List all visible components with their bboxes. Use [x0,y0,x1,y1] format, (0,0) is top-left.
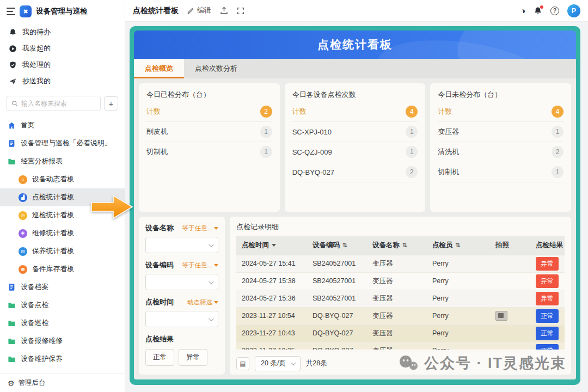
stat-value-badge: 1 [406,146,418,158]
sidebar-item-inspection-stats-board[interactable]: ▟ 点检统计看板 [0,188,125,206]
table-row[interactable]: 2024-05-27 15:38 SB240527001 变压器 Perry 异… [236,272,565,290]
sidebar-item-admin-console[interactable]: ⚙ 管理后台 [0,373,125,392]
notifications-button[interactable] [534,7,542,15]
stat-label: 清洗机 [438,147,459,157]
nav-item-label: 巡检统计看板 [32,211,74,220]
sidebar-item-cc-to-me[interactable]: 抄送我的 [0,73,125,89]
sidebar-item-my-todo[interactable]: 我的待办 [0,24,125,40]
nav-item-label: 设备点检 [21,301,48,310]
quick-item-label: 抄送我的 [22,76,51,86]
sidebar-item-patrol-stats-board[interactable]: ◷ 巡检统计看板 [0,206,125,224]
table-scroll-area[interactable]: 点检时间 设备编码⇅ 设备名称⇅ 点检员⇅ 拍照 点检结果⇅ [236,236,565,350]
avatar[interactable]: P [567,4,580,17]
stat-label: SC-XPJ-010 [292,128,332,136]
sidebar-item-repair-stats-board[interactable]: ✚ 维修统计看板 [0,224,125,242]
sidebar-item-device-maintenance[interactable]: 设备维护保养 [0,350,125,368]
stat-row: 清洗机 2 [438,142,564,162]
sort-icon: ⇅ [402,242,407,248]
menu-toggle-icon[interactable] [7,8,15,15]
col-device-code[interactable]: 设备编码⇅ [307,236,367,255]
photo-thumbnail[interactable] [495,311,507,321]
filter-label: 点检时间 [145,297,174,307]
stat-label: 切制机 [438,167,459,177]
table-row[interactable]: 2023-11-27 10:25 DQ-BYQ-027 变压器 Perry 正常 [236,342,565,350]
chevron-down-icon [209,279,214,284]
help-button[interactable]: ? [550,7,559,15]
sidebar-item-home[interactable]: 首页 [0,117,125,134]
clock-circle-icon: ◷ [19,211,27,220]
sidebar-item-initiated-by-me[interactable]: 我发起的 [0,40,125,57]
add-button[interactable]: + [104,96,118,111]
filter-operator-dropdown[interactable]: 动态筛选 [187,298,218,307]
sidebar-item-device-repair[interactable]: 设备报修维修 [0,332,125,350]
stat-label: 变压器 [438,127,459,137]
status-badge: 异常 [536,292,559,305]
nav-item-label: 设备动态看板 [32,175,74,184]
bar-chart-circle-icon: ▟ [19,193,27,202]
play-circle-icon [9,45,17,53]
device-name-select[interactable] [145,237,218,253]
caret-down-icon [214,301,218,304]
edit-button[interactable]: 编辑 [187,6,211,15]
app-window: ✖ 设备管理与巡检 我的待办 我发起的 我处理的 抄送我的 [0,0,588,392]
table-row[interactable]: 2024-05-27 15:36 SB240527001 变压器 Perry 异… [236,290,565,307]
filter-operator-dropdown[interactable]: 等于任意... [182,224,218,232]
stat-label: 削皮机 [146,127,168,137]
stat-value-badge: 1 [552,166,564,178]
table-row[interactable]: 2023-11-27 10:54 DQ-BYQ-027 变压器 Perry 正常 [236,307,565,324]
tab-count-analysis[interactable]: 点检次数分析 [184,59,248,78]
col-inspector[interactable]: 点检员⇅ [427,236,490,255]
stat-row: 切制机 1 [438,162,564,182]
dashboard-banner: 点检统计看板 [134,30,576,59]
sort-icon: ⇅ [342,242,347,248]
quick-menu: 我的待办 我发起的 我处理的 抄送我的 [0,23,125,91]
page-size-select[interactable]: 20 条/页 [255,356,301,371]
filter-operator-dropdown[interactable]: 等于任意... [182,261,218,270]
sidebar-item-device-check[interactable]: 设备点检 [0,296,125,314]
table-row[interactable]: 2024-05-27 15:41 SB240527001 变压器 Perry 异… [236,255,565,272]
wrench-circle-icon: ✚ [19,229,27,238]
search-icon [11,100,18,107]
page-layout-icon[interactable]: ▤ [236,357,249,370]
dashboard-tabs: 点检概览 点检次数分析 [134,59,576,78]
stat-row: 计数 4 [438,102,564,122]
stat-value-badge: 1 [406,126,418,138]
sidebar-item-must-read[interactable]: 设备管理与巡检「必看说明」 [0,134,125,152]
status-badge: 正常 [536,327,559,340]
sidebar-item-spareparts-stock-board[interactable]: ▦ 备件库存看板 [0,260,125,278]
nav-item-label: 备件库存看板 [32,265,74,274]
device-code-select[interactable] [145,274,218,290]
check-time-select[interactable] [145,311,218,327]
sidebar-item-maintenance-stats-board[interactable]: ▤ 保养统计看板 [0,242,125,260]
col-device-name[interactable]: 设备名称⇅ [367,236,427,255]
sidebar-item-device-archives[interactable]: 设备档案 [0,278,125,296]
result-abnormal-button[interactable]: 异常 [179,349,207,366]
records-title: 点检记录明细 [236,222,565,232]
stat-row: 削皮机 1 [146,122,272,142]
share-button[interactable] [220,7,228,15]
col-check-time[interactable]: 点检时间 [236,236,307,255]
table-row[interactable]: 2023-11-27 10:43 DQ-BYQ-027 变压器 Perry 正常 [236,324,565,342]
theme-toggle-icon[interactable]: ◑ [520,7,525,15]
lower-row: 设备名称 等于任意... 设备编码 等于任意... 点检时间 动态筛选 [134,217,576,379]
search-box[interactable] [7,96,101,111]
stat-label: 切制机 [146,147,168,157]
stat-card-check-counts: 今日各设备点检次数 计数 4 SC-XPJ-010 1 SC-QZJ-009 1 [285,83,426,212]
sidebar-item-analysis-reports[interactable]: 经营分析报表 [0,152,125,170]
filter-label: 设备名称 [145,223,174,233]
filter-panel: 设备名称 等于任意... 设备编码 等于任意... 点检时间 动态筛选 [139,217,225,375]
topbar-right: ◑ ? P [520,4,580,17]
sidebar-item-handled-by-me[interactable]: 我处理的 [0,57,125,73]
tab-overview[interactable]: 点检概览 [134,59,184,78]
sidebar-item-device-patrol[interactable]: 设备巡检 [0,314,125,332]
col-result[interactable]: 点检结果⇅ [530,236,565,255]
pencil-icon [187,7,194,14]
search-input[interactable] [21,100,96,107]
stat-card-title: 今日各设备点检次数 [292,90,418,100]
sidebar: ✖ 设备管理与巡检 我的待办 我发起的 我处理的 抄送我的 [0,0,125,392]
result-normal-button[interactable]: 正常 [145,349,174,366]
page-title: 点检统计看板 [133,6,179,16]
sidebar-item-device-dynamic-board[interactable]: ⌂ 设备动态看板 [0,170,125,188]
fullscreen-button[interactable] [237,7,244,15]
caret-down-icon [214,227,218,230]
